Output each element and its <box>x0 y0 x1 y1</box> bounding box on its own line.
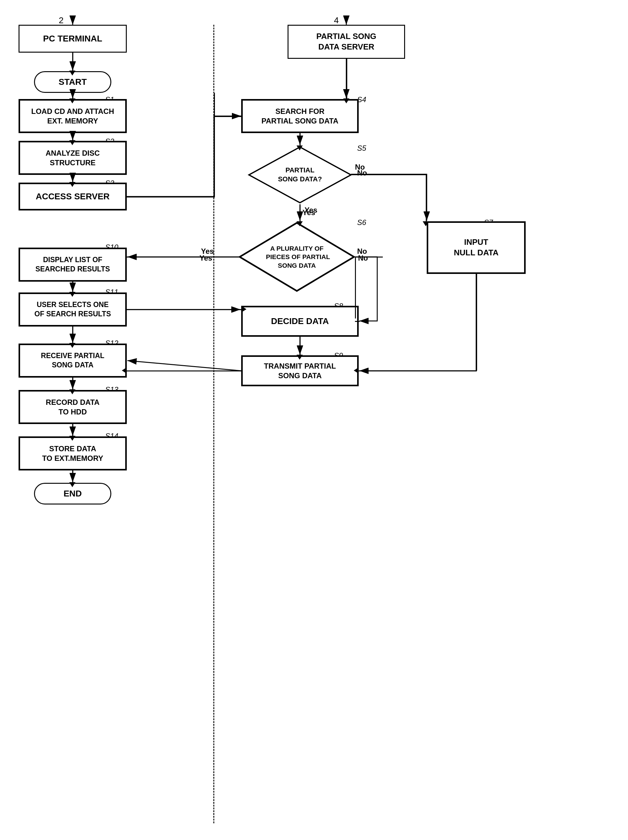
conn-server-s4 <box>346 59 347 99</box>
conn-s10-s11 <box>72 282 73 292</box>
s2-box: ANALYZE DISC STRUCTURE <box>19 141 127 175</box>
conn-pc-start <box>72 53 73 71</box>
arrow-s12-s13 <box>69 389 76 394</box>
arrow-s5-no-s7 <box>423 221 429 226</box>
s11-box: USER SELECTS ONE OF SEARCH RESULTS <box>19 292 127 327</box>
s12-box: RECEIVE PARTIAL SONG DATA <box>19 344 127 377</box>
conn-s7-to-s9 <box>359 371 477 371</box>
conn-s6-yes-left <box>124 257 239 257</box>
s10-box: DISPLAY LIST OF SEARCHED RESULTS <box>19 248 127 282</box>
conn-start-s1 <box>72 93 73 99</box>
conn-s13-s14 <box>72 424 73 436</box>
conn-right-to-s4 <box>214 116 242 117</box>
s9-box: TRANSMIT PARTIAL SONG DATA <box>241 355 359 386</box>
pc-terminal-box: PC TERMINAL <box>19 25 127 53</box>
s6-diamond: A PLURALITY OF PIECES OF PARTIAL SONG DA… <box>238 221 356 292</box>
arrow-s7-s9 <box>354 367 359 374</box>
arrow-s9-s12 <box>122 367 127 374</box>
s14-box: STORE DATA TO EXT.MEMORY <box>19 436 127 471</box>
s5-label: S5 <box>357 144 366 153</box>
conn-s6-no-right <box>355 257 383 257</box>
s5-diamond: PARTIAL SONG DATA? <box>247 145 353 204</box>
ref-4: 4 <box>334 16 339 25</box>
arrow-s13-s14 <box>69 436 76 441</box>
conn-s7-down <box>476 274 477 371</box>
s8-box: DECIDE DATA <box>241 306 359 337</box>
conn-s4-s5 <box>300 133 301 146</box>
arrow-s10-s11 <box>69 292 76 297</box>
conn-s6-no-down <box>355 257 356 319</box>
arrow-s4-s5 <box>296 145 303 150</box>
conn-s5-no-down <box>426 174 427 222</box>
conn-s3-right <box>127 197 215 197</box>
arrow-pc-start <box>69 71 76 76</box>
s6-label: S6 <box>357 218 366 227</box>
s4-box: SEARCH FOR PARTIAL SONG DATA <box>241 99 359 133</box>
arrow-s8-s9 <box>296 355 303 360</box>
conn-s9-s12 <box>127 371 242 371</box>
conn-s11-s12 <box>72 327 73 344</box>
conn-s8-s9 <box>300 337 301 355</box>
conn-s5-no-right <box>351 174 427 175</box>
arrow-start-s1 <box>69 98 76 103</box>
flowchart-diagram: 2 4 PC TERMINAL PARTIAL SONG DATA SERVER… <box>0 0 628 840</box>
conn-s5-s6 <box>300 204 301 222</box>
conn-s6-no-to-s8 <box>355 321 360 322</box>
conn-s14-end <box>72 471 73 483</box>
conn-s1-s2 <box>72 133 73 141</box>
s13-box: RECORD DATA TO HDD <box>19 390 127 424</box>
s7-box: INPUT NULL DATA <box>427 221 526 274</box>
s1-box: LOAD CD AND ATTACH EXT. MEMORY <box>19 99 127 133</box>
conn-up-to-s4 <box>241 116 242 117</box>
s5-no-label: No <box>357 169 367 177</box>
conn-s2-s3 <box>72 175 73 183</box>
arrow-server-s4 <box>343 98 349 103</box>
arrow-s2-s3 <box>69 182 76 187</box>
arrow-s5-s6 <box>296 221 303 226</box>
ref-2: 2 <box>59 16 64 25</box>
arrow-s11-s12 <box>69 343 76 348</box>
arrow-s14-end <box>69 482 76 487</box>
arrow-s1-s2 <box>69 140 76 145</box>
conn-s11-s8 <box>127 309 242 310</box>
arrow-s11-s8 <box>241 306 246 312</box>
conn-s12-s13 <box>72 377 73 390</box>
s6-no-label: No <box>358 254 368 262</box>
partial-song-server-box: PARTIAL SONG DATA SERVER <box>288 25 405 59</box>
conn-s3-right-down <box>214 93 215 197</box>
s6-yes-label: Yes <box>200 254 212 262</box>
s5-yes-label: Yes <box>305 206 317 215</box>
